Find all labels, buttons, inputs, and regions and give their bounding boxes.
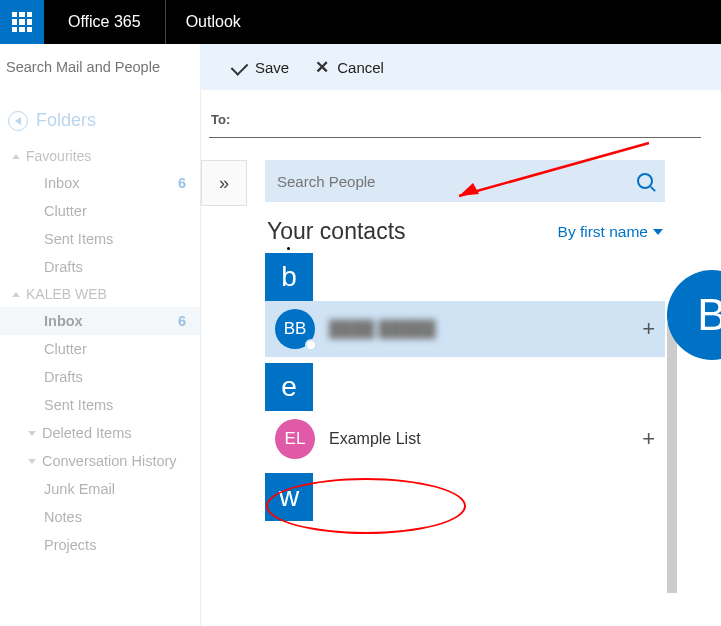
sidebar-item-inbox[interactable]: Inbox 6 bbox=[0, 169, 200, 197]
compose-panel: To: » Your contacts By first name bbox=[200, 90, 721, 626]
sidebar: Folders Favourites Inbox 6 Clutter Sent … bbox=[0, 90, 200, 626]
app-launcher[interactable] bbox=[0, 0, 44, 44]
brand-office365[interactable]: Office 365 bbox=[44, 0, 166, 44]
sidebar-item-projects[interactable]: Projects bbox=[0, 531, 200, 559]
sidebar-item-notes[interactable]: Notes bbox=[0, 503, 200, 531]
app-name-outlook: Outlook bbox=[166, 13, 261, 31]
waffle-icon bbox=[12, 12, 32, 32]
sidebar-item-clutter[interactable]: Clutter bbox=[0, 197, 200, 225]
chevron-down-icon bbox=[28, 431, 36, 436]
sort-by-button[interactable]: By first name bbox=[558, 223, 663, 241]
collapse-picker-button[interactable]: » bbox=[201, 160, 247, 206]
cancel-label: Cancel bbox=[337, 59, 384, 76]
sidebar-item-clutter-2[interactable]: Clutter bbox=[0, 335, 200, 363]
group-favourites[interactable]: Favourites bbox=[0, 143, 200, 169]
to-label: To: bbox=[211, 112, 230, 127]
folders-heading: Folders bbox=[36, 110, 96, 131]
check-icon bbox=[231, 58, 249, 76]
sidebar-item-sent-2[interactable]: Sent Items bbox=[0, 391, 200, 419]
chevron-up-icon bbox=[12, 292, 20, 297]
add-contact-button[interactable]: + bbox=[642, 316, 655, 342]
save-button[interactable]: Save bbox=[232, 59, 289, 76]
avatar: EL bbox=[275, 419, 315, 459]
people-picker: Your contacts By first name b BB bbox=[265, 160, 665, 521]
save-label: Save bbox=[255, 59, 289, 76]
cancel-button[interactable]: ✕ Cancel bbox=[315, 59, 384, 76]
sidebar-item-deleted[interactable]: Deleted Items bbox=[0, 419, 200, 447]
sidebar-item-drafts-2[interactable]: Drafts bbox=[0, 363, 200, 391]
search-people-input[interactable] bbox=[277, 173, 637, 190]
sidebar-item-sent[interactable]: Sent Items bbox=[0, 225, 200, 253]
contact-name: Example List bbox=[329, 430, 421, 448]
x-icon: ✕ bbox=[315, 59, 329, 76]
letter-tile-b[interactable]: b bbox=[265, 253, 313, 301]
chevron-double-right-icon: » bbox=[219, 173, 229, 194]
add-contact-button[interactable]: + bbox=[642, 426, 655, 452]
scrollbar[interactable] bbox=[667, 323, 677, 626]
chevron-down-icon bbox=[28, 459, 36, 464]
avatar: BB bbox=[275, 309, 315, 349]
contact-row[interactable]: BB ████ █████ + bbox=[265, 301, 665, 357]
back-icon[interactable] bbox=[8, 111, 28, 131]
sidebar-item-inbox-2[interactable]: Inbox 6 bbox=[0, 307, 200, 335]
contact-row[interactable]: EL Example List + bbox=[265, 411, 665, 467]
sidebar-item-drafts[interactable]: Drafts bbox=[0, 253, 200, 281]
contacts-heading: Your contacts bbox=[267, 218, 406, 245]
presence-indicator bbox=[305, 339, 317, 351]
chevron-up-icon bbox=[12, 154, 20, 159]
group-kalebweb[interactable]: KALEB WEB bbox=[0, 281, 200, 307]
scrollbar-thumb[interactable] bbox=[667, 323, 677, 593]
contact-name: ████ █████ bbox=[329, 320, 435, 338]
letter-tile-w[interactable]: w bbox=[265, 473, 313, 521]
sidebar-item-junk[interactable]: Junk Email bbox=[0, 475, 200, 503]
sidebar-item-convo-history[interactable]: Conversation History bbox=[0, 447, 200, 475]
search-mail-input[interactable] bbox=[6, 59, 200, 75]
chevron-down-icon bbox=[653, 229, 663, 235]
letter-tile-e[interactable]: e bbox=[265, 363, 313, 411]
search-icon[interactable] bbox=[637, 173, 653, 189]
